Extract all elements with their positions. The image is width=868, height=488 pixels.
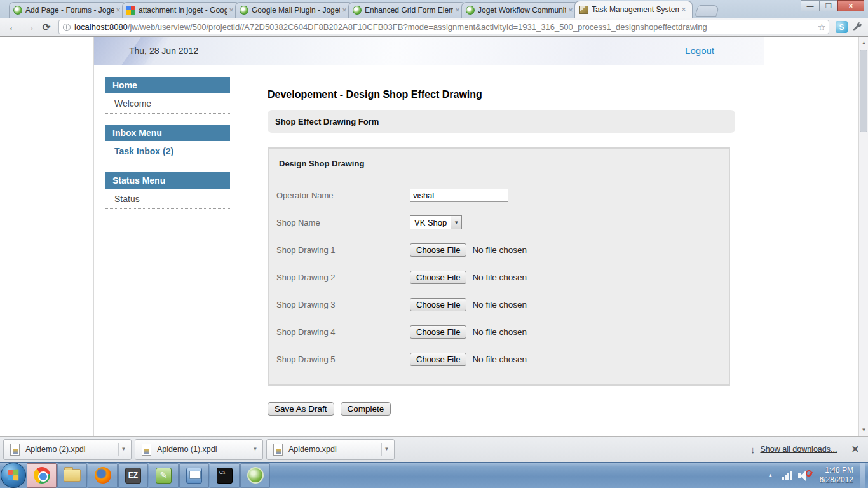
operator-name-input[interactable]	[410, 189, 508, 202]
volume-muted-icon[interactable]	[798, 470, 811, 481]
tab-attachment-search[interactable]: attachment in joget - Goog ×	[122, 2, 240, 18]
xpdl-file-icon	[10, 444, 20, 456]
sidebar-item-status[interactable]: Status	[105, 189, 230, 209]
minimize-button[interactable]: —	[801, 0, 820, 11]
menu-header-status: Status Menu	[105, 172, 230, 189]
selected-option: VK Shop	[410, 218, 451, 227]
joget-favicon-icon	[353, 6, 362, 15]
new-tab-button[interactable]	[695, 5, 720, 17]
file-status-text: No file chosen	[472, 245, 527, 255]
menu-header-inbox: Inbox Menu	[105, 125, 230, 141]
field-label: Shop Drawing 5	[276, 355, 410, 364]
taskbar-ez-tool-button[interactable]: EZ	[118, 463, 148, 488]
hidden-icons-arrow-icon[interactable]: ▲	[768, 472, 773, 478]
downloads-bar: Apidemo (2).xpdl ▼ Apidemo (1).xpdl ▼ Ap…	[0, 436, 868, 462]
tab-enhanced-grid[interactable]: Enhanced Grid Form Eleme ×	[348, 2, 466, 18]
wrench-menu-icon[interactable]	[851, 22, 863, 33]
desktop-screen: Add Page - Forums - Joget × attachment i…	[0, 0, 868, 488]
menu-section-inbox: Inbox Menu Task Inbox (2)	[105, 125, 230, 161]
tab-mail-plugin[interactable]: Google Mail Plugin - Joget | ×	[235, 2, 353, 18]
tab-close-icon[interactable]: ×	[227, 6, 236, 15]
taskbar-clock[interactable]: 1:48 PM 6/28/2012	[820, 466, 853, 485]
choose-file-button[interactable]: Choose File	[410, 325, 466, 339]
form-actions: Save As Draft Complete	[268, 402, 735, 416]
browser-tab-strip: Add Page - Forums - Joget × attachment i…	[0, 0, 868, 18]
tab-close-icon[interactable]: ×	[679, 5, 688, 14]
download-item[interactable]: Apidemo (2).xpdl ▼	[3, 439, 132, 460]
tab-joget-community[interactable]: Joget Workflow Communit ×	[461, 2, 580, 18]
choose-file-button[interactable]: Choose File	[410, 271, 466, 284]
scrollbar-thumb[interactable]	[860, 50, 867, 132]
window-controls: — ❐ ×	[801, 0, 864, 11]
form-row-shop-drawing-5: Shop Drawing 5 Choose File No file chose…	[276, 351, 721, 367]
taskbar-command-prompt-button[interactable]: C:\_	[210, 463, 240, 488]
address-bar[interactable]: localhost:8080 /jw/web/userview/500/proj…	[58, 20, 829, 34]
file-status-text: No file chosen	[472, 355, 527, 364]
logout-link[interactable]: Logout	[685, 45, 714, 56]
tab-task-management-active[interactable]: Task Management System ×	[574, 1, 693, 18]
windows-logo-icon	[8, 470, 20, 482]
tab-forums[interactable]: Add Page - Forums - Joget ×	[9, 2, 127, 18]
joget-favicon-icon	[240, 6, 248, 15]
field-label: Shop Drawing 3	[276, 300, 410, 309]
tab-close-icon[interactable]: ×	[566, 6, 575, 15]
taskbar-chrome-button[interactable]	[27, 463, 57, 488]
tab-close-icon[interactable]: ×	[453, 6, 462, 15]
taskbar-firefox-button[interactable]	[88, 463, 118, 488]
download-menu-arrow-icon[interactable]: ▼	[250, 443, 260, 456]
taskbar-image-viewer-button[interactable]	[179, 463, 209, 488]
joget-favicon-icon	[466, 6, 475, 15]
sidebar-content-divider	[236, 66, 236, 436]
complete-button[interactable]: Complete	[341, 402, 391, 416]
save-as-draft-button[interactable]: Save As Draft	[268, 402, 334, 416]
forward-button[interactable]: →	[22, 20, 38, 35]
download-menu-arrow-icon[interactable]: ▼	[381, 443, 391, 456]
task-favicon-icon	[579, 6, 588, 14]
download-menu-arrow-icon[interactable]: ▼	[118, 443, 128, 456]
download-item[interactable]: Apidemo.xpdl ▼	[266, 439, 395, 460]
scroll-up-icon[interactable]: ▲	[859, 38, 868, 48]
clock-date: 6/28/2012	[820, 475, 853, 485]
tab-close-icon[interactable]: ×	[114, 6, 123, 15]
system-tray: ▲ 1:48 PM 6/28/2012	[768, 463, 868, 488]
xpdl-file-icon	[142, 444, 151, 456]
tab-close-icon[interactable]: ×	[340, 6, 349, 15]
sidebar-item-welcome[interactable]: Welcome	[105, 93, 230, 114]
scroll-down-icon[interactable]: ▼	[859, 425, 868, 435]
show-all-downloads-link[interactable]: Show all downloads...	[761, 445, 837, 454]
select-dropdown-arrow-icon[interactable]: ▼	[451, 216, 461, 229]
taskbar-joget-server-button[interactable]	[240, 463, 270, 488]
shop-name-select[interactable]: VK Shop ▼	[410, 215, 462, 229]
restore-button[interactable]: ❐	[819, 0, 838, 11]
joget-page: Thu, 28 Jun 2012 Logout Home Welcome Inb…	[93, 37, 764, 436]
page-scrollbar[interactable]: ▲ ▼	[858, 37, 868, 436]
reload-button[interactable]: ⟳	[38, 20, 55, 35]
downloads-bar-close-icon[interactable]: ✕	[851, 444, 859, 455]
form-row-shop-name: Shop Name VK Shop ▼	[276, 214, 721, 231]
taskbar-notepad-plus-button[interactable]: ✎	[149, 463, 179, 488]
field-label: Shop Drawing 2	[276, 273, 410, 282]
download-filename: Apidemo (1).xpdl	[157, 445, 250, 454]
bookmark-star-icon[interactable]: ☆	[818, 22, 826, 33]
tab-title: Add Page - Forums - Joget	[25, 6, 114, 15]
choose-file-button[interactable]: Choose File	[410, 243, 466, 257]
xpdl-file-icon	[273, 444, 283, 456]
tab-title: Google Mail Plugin - Joget |	[252, 6, 340, 15]
start-button[interactable]	[1, 463, 26, 488]
choose-file-button[interactable]: Choose File	[410, 298, 466, 311]
joget-server-icon	[247, 467, 264, 484]
network-signal-icon[interactable]	[782, 471, 792, 480]
show-desktop-button[interactable]	[860, 463, 865, 488]
download-filename: Apidemo.xpdl	[288, 445, 381, 454]
choose-file-button[interactable]: Choose File	[410, 353, 466, 366]
back-button[interactable]: ←	[5, 20, 22, 35]
current-date-text: Thu, 28 Jun 2012	[129, 46, 198, 56]
extension-icon[interactable]: S	[836, 21, 848, 33]
browser-toolbar: ← → ⟳ localhost:8080 /jw/web/userview/50…	[0, 18, 868, 37]
main-content: Developement - Design Shop Effect Drawin…	[268, 66, 735, 416]
download-item[interactable]: Apidemo (1).xpdl ▼	[135, 439, 263, 460]
close-button[interactable]: ×	[837, 0, 864, 11]
sidebar-item-task-inbox[interactable]: Task Inbox (2)	[105, 141, 230, 161]
firefox-icon	[95, 467, 111, 484]
taskbar-explorer-button[interactable]	[57, 463, 87, 488]
